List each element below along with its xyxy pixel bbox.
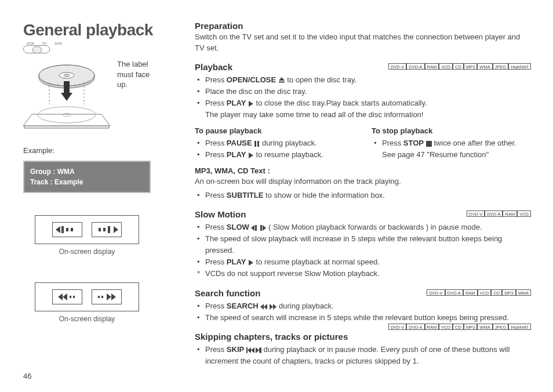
- svg-rect-34: [255, 225, 257, 231]
- format-badges: DVD-V DVD-A RAM VCD CD MP3 WMA: [427, 289, 531, 296]
- example-label: Example:: [23, 146, 174, 155]
- svg-rect-20: [70, 296, 71, 298]
- stop-icon: [426, 141, 432, 147]
- svg-rect-42: [246, 347, 248, 353]
- osd-line: Group : WMA: [30, 166, 144, 177]
- svg-rect-15: [103, 228, 105, 231]
- format-badge: WMA: [477, 324, 492, 330]
- format-badge: MP3: [464, 324, 477, 330]
- format-badge: DVD-A: [445, 289, 463, 296]
- disc-caption-line: The label: [117, 59, 150, 70]
- section-slow: Slow Motion DVD-V DVD-A RAM VCD Press SL…: [195, 209, 531, 280]
- switch-body-icon: [23, 45, 50, 53]
- list-item: Press PAUSE during playback.: [197, 137, 354, 149]
- svg-marker-43: [248, 347, 251, 353]
- section-playback: Playback DVD-V DVD-A RAM VCD CD MP3 WMA …: [195, 62, 531, 201]
- heading: Skipping chapters, tracks or pictures: [195, 332, 531, 342]
- osd-example-box: Group : WMA Track : Example: [23, 161, 151, 193]
- list-item: Press PLAY to resume playback at normal …: [197, 256, 531, 268]
- subheading: To pause playback: [195, 126, 354, 135]
- format-badge: RAM: [425, 63, 439, 70]
- format-badge: VCD: [439, 324, 453, 330]
- format-badge: DVD-V: [467, 210, 485, 217]
- svg-rect-32: [426, 141, 432, 147]
- format-badge: MP3: [502, 289, 515, 296]
- body-text: An on-screen box will display informatio…: [195, 176, 531, 187]
- svg-rect-22: [98, 296, 100, 298]
- svg-marker-44: [251, 347, 254, 353]
- disc-diagram-row: The label must face up.: [23, 59, 174, 129]
- mode-switch-diagram: VCR TV DVD: [23, 42, 174, 53]
- format-badges: DVD-V DVD-A RAM VCD CD MP3 WMA JPEG High…: [388, 63, 531, 70]
- svg-rect-23: [101, 296, 103, 298]
- format-badge: VCD: [478, 289, 492, 296]
- section-pause: To pause playback Press PAUSE during pla…: [195, 126, 354, 161]
- format-badge: VCD: [517, 210, 531, 217]
- format-badge: HighMAT: [508, 63, 531, 70]
- disc-caption-line: must face: [117, 70, 150, 80]
- heading: Preparation: [195, 21, 531, 31]
- eject-icon: [278, 77, 285, 84]
- list-item: Press SEARCH during playback.: [197, 300, 531, 312]
- format-badge: HighMAT: [508, 324, 531, 330]
- format-badge: DVD-A: [406, 63, 424, 70]
- manual-page: General playback VCR TV DVD: [0, 0, 553, 392]
- page-number: 46: [23, 372, 31, 380]
- svg-marker-24: [107, 293, 111, 300]
- play-icon: [248, 153, 254, 158]
- skip-icon: [246, 347, 261, 353]
- body-text: Switch on the TV set and set it to the v…: [195, 32, 531, 54]
- osd-line: Track : Example: [30, 177, 144, 187]
- format-badge: JPEG: [493, 63, 509, 70]
- format-badge: CD: [491, 289, 502, 296]
- format-badge: DVD-A: [406, 324, 424, 330]
- format-badge: RAM: [463, 289, 478, 296]
- list-item-cont: The player may take some time to read al…: [205, 109, 531, 121]
- svg-rect-12: [66, 228, 68, 231]
- svg-rect-27: [279, 81, 285, 82]
- list-item: Press SUBTITLE to show or hide the infor…: [197, 190, 531, 201]
- subheading: To stop playback: [372, 126, 531, 135]
- section-stop: To stop playback Press STOP twice one af…: [372, 126, 531, 161]
- svg-marker-26: [279, 77, 285, 81]
- switch-label-dvd: DVD: [54, 42, 62, 45]
- slow-rev-btn-icon: [52, 222, 82, 237]
- list-item: Press PLAY to close the disc tray.Play b…: [197, 97, 531, 121]
- svg-rect-6: [64, 81, 70, 93]
- svg-marker-10: [56, 226, 60, 233]
- list-item: The speed of slow playback will increase…: [197, 233, 531, 256]
- search-rev-btn-icon: [52, 289, 82, 304]
- svg-marker-40: [270, 304, 273, 310]
- format-badge: RAM: [425, 324, 439, 330]
- format-badge: DVD-V: [427, 289, 445, 296]
- format-badge: JPEG: [493, 324, 509, 330]
- format-badge: MP3: [464, 63, 477, 70]
- svg-marker-7: [61, 93, 72, 101]
- play-icon: [248, 260, 254, 266]
- format-badge: DVD-A: [485, 210, 503, 217]
- svg-marker-37: [249, 260, 253, 266]
- svg-marker-39: [264, 304, 267, 310]
- svg-rect-14: [99, 228, 101, 231]
- list-item: Press PLAY to resume playback.: [197, 149, 354, 161]
- svg-marker-17: [114, 226, 118, 233]
- svg-rect-29: [254, 141, 256, 147]
- format-badge: RAM: [503, 210, 517, 217]
- osd-display-1: On-screen display: [23, 215, 151, 256]
- search-fwd-btn-icon: [92, 289, 122, 304]
- format-badge: DVD-V: [388, 63, 406, 70]
- section-search: Search function DVD-V DVD-A RAM VCD CD M…: [195, 288, 531, 324]
- list-item: Press SKIP during playback or in pause m…: [197, 344, 531, 367]
- format-badges: DVD-V DVD-A RAM VCD CD MP3 WMA JPEG High…: [388, 324, 531, 330]
- disc-caption-line: up.: [117, 79, 150, 90]
- format-badge: WMA: [477, 63, 492, 70]
- format-badge: VCD: [439, 63, 453, 70]
- list-item: Press SLOW ( Slow Motion playback forwar…: [197, 222, 531, 233]
- slow-fwd-btn-icon: [92, 222, 122, 237]
- svg-point-3: [64, 74, 70, 77]
- svg-marker-38: [260, 304, 264, 310]
- pause-stop-row: To pause playback Press PAUSE during pla…: [195, 126, 531, 161]
- osd-caption: On-screen display: [23, 248, 151, 256]
- list-item-cont: See page 47 "Resume function": [382, 149, 531, 161]
- search-icon: [260, 304, 276, 310]
